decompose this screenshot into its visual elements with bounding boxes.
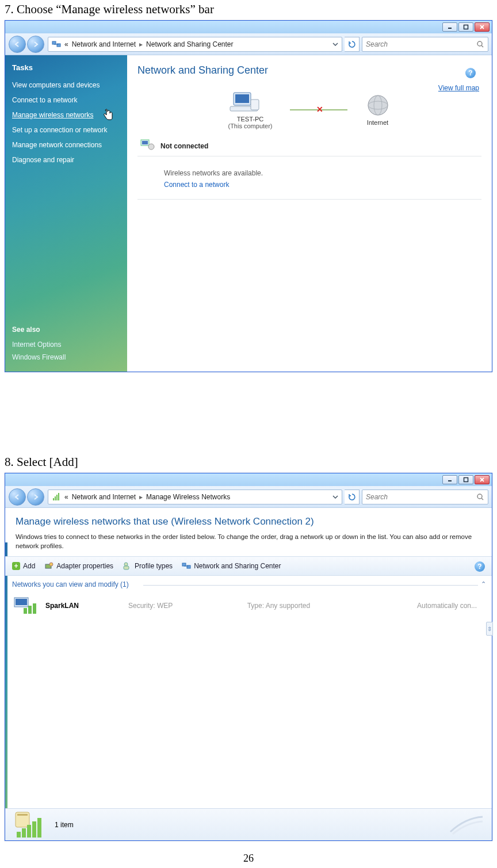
move-handle[interactable]: ⇳ [486, 622, 493, 636]
refresh-button[interactable] [345, 490, 360, 504]
network-type: Type: Any supported [247, 602, 358, 610]
nsc-icon [182, 561, 191, 571]
help-icon[interactable]: ? [465, 68, 476, 78]
nav-back-button[interactable] [9, 488, 26, 506]
svg-rect-37 [16, 599, 27, 605]
collapse-caret-icon[interactable]: ⌃ [481, 580, 486, 588]
maximize-button[interactable] [458, 475, 473, 484]
svg-rect-32 [124, 566, 129, 569]
node-this-pc-sub: (This computer) [228, 123, 272, 129]
window-titlebar [5, 21, 492, 33]
network-sharing-center-window: « Network and Internet ▸ Network and Sha… [5, 20, 492, 372]
chevron-right-icon: ▸ [139, 40, 143, 48]
svg-rect-33 [182, 563, 186, 566]
breadcrumb-seg2[interactable]: Network and Sharing Center [146, 40, 233, 48]
profile-icon [123, 561, 132, 571]
network-name: SparkLAN [45, 602, 120, 610]
status-swoosh-icon [449, 815, 484, 835]
maximize-button[interactable] [458, 22, 473, 32]
network-security: Security: WEP [128, 602, 239, 610]
breadcrumb-seg2[interactable]: Manage Wireless Networks [146, 493, 230, 501]
wireless-available-text: Wireless networks are available. [164, 169, 481, 177]
svg-rect-24 [55, 496, 56, 500]
svg-rect-25 [56, 495, 58, 500]
doc-step7-caption: 7. Choose “Manage wireless networks” bar [0, 0, 497, 20]
status-not-connected: Not connected [137, 135, 481, 156]
profile-types-button[interactable]: Profile types [123, 561, 173, 571]
window-titlebar [5, 473, 492, 486]
map-node-internet: Internet [365, 94, 391, 126]
adapter-properties-label: Adapter properties [56, 562, 113, 570]
search-box[interactable] [362, 37, 488, 52]
see-also-windows-firewall[interactable]: Windows Firewall [12, 351, 120, 364]
see-also-heading: See also [12, 326, 120, 334]
breadcrumb-dropdown-button[interactable] [331, 40, 339, 48]
page-description: Windows tries to connect to these networ… [16, 532, 481, 550]
network-map: TEST-PC (This computer) ✕ Internet [137, 90, 481, 129]
task-view-computers[interactable]: View computers and devices [12, 78, 120, 93]
svg-rect-1 [464, 25, 468, 29]
svg-rect-44 [22, 828, 26, 838]
svg-point-30 [49, 563, 53, 566]
connect-to-network-link[interactable]: Connect to a network [164, 181, 229, 189]
network-row-sparklan[interactable]: SparkLAN Security: WEP Type: Any support… [11, 592, 486, 620]
address-bar: « Network and Internet ▸ Network and Sha… [5, 33, 492, 55]
search-box[interactable] [362, 490, 488, 504]
chevron-right-icon: ▸ [139, 493, 143, 501]
svg-rect-42 [17, 814, 28, 816]
nsc-button-label: Network and Sharing Center [194, 562, 281, 570]
svg-rect-40 [33, 603, 36, 614]
address-bar: « Network and Internet ▸ Manage Wireless… [5, 486, 492, 508]
computer-icon [228, 90, 272, 116]
close-button[interactable] [475, 475, 490, 484]
adapter-properties-button[interactable]: Adapter properties [44, 561, 113, 571]
nav-forward-button[interactable] [27, 36, 44, 53]
map-node-this-pc: TEST-PC (This computer) [228, 90, 272, 129]
status-bar: 1 item [5, 808, 492, 840]
breadcrumb-seg1[interactable]: Network and Internet [72, 40, 136, 48]
svg-rect-43 [17, 832, 21, 838]
add-button[interactable]: + Add [12, 562, 35, 570]
svg-point-27 [477, 494, 482, 499]
close-button[interactable] [475, 22, 490, 32]
task-manage-connections[interactable]: Manage network connections [12, 137, 120, 152]
search-input[interactable] [366, 493, 476, 501]
connection-line: ✕ [290, 109, 347, 110]
wireless-available-block: Wireless networks are available. Connect… [137, 156, 481, 200]
doc-step8-caption: 8. Select [Add] [0, 453, 497, 473]
svg-rect-20 [464, 478, 468, 482]
network-sharing-center-button[interactable]: Network and Sharing Center [182, 561, 281, 571]
svg-rect-4 [52, 41, 56, 44]
nav-back-button[interactable] [9, 36, 26, 53]
nav-forward-button[interactable] [27, 488, 44, 506]
search-icon [476, 493, 484, 501]
task-connect-network[interactable]: Connect to a network [12, 93, 120, 108]
task-diagnose-repair[interactable]: Diagnose and repair [12, 152, 120, 167]
breadcrumb[interactable]: « Network and Internet ▸ Manage Wireless… [48, 490, 342, 504]
minimize-button[interactable] [442, 22, 457, 32]
task-manage-wireless[interactable]: Manage wireless networks [12, 108, 120, 123]
page-title: Manage wireless networks that use (Wirel… [16, 516, 481, 527]
refresh-button[interactable] [345, 37, 360, 52]
svg-rect-39 [28, 606, 32, 614]
not-connected-label: Not connected [160, 142, 208, 150]
svg-point-13 [368, 95, 388, 115]
minimize-button[interactable] [442, 475, 457, 484]
connection-broken-icon: ✕ [316, 105, 323, 114]
wireless-icon [52, 492, 61, 502]
breadcrumb-dropdown-button[interactable] [331, 493, 339, 501]
task-setup-connection[interactable]: Set up a connection or network [12, 123, 120, 137]
help-icon[interactable]: ? [475, 561, 485, 572]
group-header-rule [143, 585, 478, 586]
search-input[interactable] [366, 40, 476, 48]
pc-small-icon [140, 139, 155, 151]
view-full-map-link[interactable]: View full map [438, 84, 479, 92]
group-header-label: Networks you can view and modify (1) [12, 580, 129, 588]
see-also-internet-options[interactable]: Internet Options [12, 338, 120, 351]
svg-rect-17 [142, 141, 148, 144]
svg-line-8 [481, 45, 483, 47]
svg-rect-26 [58, 493, 59, 500]
breadcrumb-seg1[interactable]: Network and Internet [72, 493, 136, 501]
adapter-icon [44, 561, 53, 571]
breadcrumb[interactable]: « Network and Internet ▸ Network and Sha… [48, 37, 342, 52]
